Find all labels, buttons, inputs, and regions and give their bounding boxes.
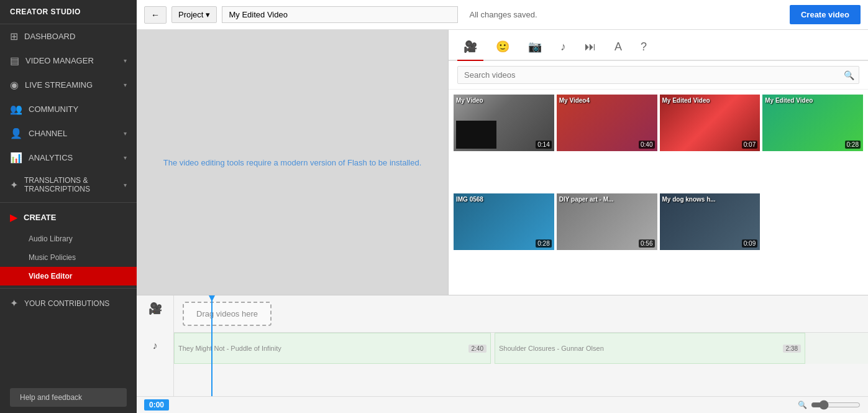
sidebar-item-label: TRANSLATIONS & TRANSCRIPTIONS: [24, 176, 124, 193]
main-content: ← Project ▾ All changes saved. Create vi…: [137, 0, 868, 413]
sidebar-item-label: LIVE STREAMING: [25, 80, 93, 90]
audio-segment-1-label: They Might Not - Puddle of Infinity: [178, 345, 281, 352]
emoji-tab-icon: 🙂: [496, 40, 509, 53]
sidebar-item-community[interactable]: 👥 COMMUNITY: [0, 97, 137, 121]
flash-message: The video editing tools require a modern…: [151, 146, 434, 180]
sidebar-item-label: CREATE: [24, 213, 56, 222]
audio-track: They Might Not - Puddle of Infinity 2:40…: [174, 333, 868, 364]
sidebar-item-label: CHANNEL: [29, 129, 67, 138]
zoom-slider[interactable]: [811, 400, 861, 410]
thumb-label-7: My dog knows h...: [662, 196, 716, 203]
timeline-icons: 🎥 ♪: [137, 295, 174, 396]
sidebar-item-label: COMMUNITY: [29, 104, 78, 114]
video-thumbnail[interactable]: My Edited Video 0:28: [762, 95, 863, 151]
sidebar-item-create[interactable]: ▶ CREATE: [0, 205, 137, 230]
video-thumbnail[interactable]: My Video 0:14: [454, 95, 554, 151]
tab-emoji[interactable]: 🙂: [490, 36, 516, 60]
sidebar-item-channel[interactable]: 👤 CHANNEL ▾: [0, 121, 137, 146]
video-thumbnail[interactable]: My Edited Video 0:07: [660, 95, 761, 151]
search-icon: 🔍: [844, 70, 854, 80]
tab-music[interactable]: ♪: [554, 37, 572, 60]
timeline-tracks: Drag videos here They Might Not - Puddle…: [174, 295, 868, 396]
thumb-label-6: DIY paper art - M...: [559, 196, 614, 203]
thumb-duration-3: 0:07: [742, 141, 757, 149]
video-tab-icon: 🎥: [464, 40, 477, 53]
video-track: Drag videos here: [174, 295, 868, 333]
video-thumbnail[interactable]: DIY paper art - M... 0:56: [557, 193, 657, 250]
tab-transition[interactable]: ⏭: [578, 37, 602, 60]
video-manager-icon: ▤: [10, 55, 19, 67]
video-thumbnail[interactable]: IMG 0568 0:28: [454, 193, 554, 250]
timeline-area: 🎥 ♪ Drag videos here They Might Not - Pu…: [137, 295, 868, 413]
drag-zone[interactable]: Drag videos here: [183, 302, 272, 326]
video-grid: My Video 0:14 My Video4 0:40 My Edited V…: [449, 90, 868, 295]
project-title-input[interactable]: [222, 6, 458, 23]
transition-tab-icon: ⏭: [585, 40, 596, 53]
tab-help[interactable]: ?: [634, 37, 653, 60]
thumb-duration-1: 0:14: [536, 141, 551, 149]
search-bar: 🔍: [449, 61, 868, 90]
thumb-duration-4: 0:28: [845, 141, 861, 149]
saved-status: All changes saved.: [463, 10, 784, 19]
thumb-label-1: My Video: [456, 97, 483, 104]
thumb-duration-6: 0:56: [639, 239, 654, 248]
search-input[interactable]: [457, 66, 859, 84]
dropdown-arrow-icon: ▾: [206, 10, 210, 19]
dashboard-icon: ⊞: [10, 30, 18, 42]
translations-icon: ✦: [10, 179, 18, 191]
topbar: ← Project ▾ All changes saved. Create vi…: [137, 0, 868, 30]
chevron-down-icon: ▾: [124, 57, 127, 64]
chevron-down-icon: ▾: [124, 130, 127, 137]
sidebar-item-live-streaming[interactable]: ◉ LIVE STREAMING ▾: [0, 73, 137, 97]
project-dropdown[interactable]: Project ▾: [171, 6, 217, 23]
create-icon: ▶: [10, 211, 17, 223]
sidebar-item-your-contributions[interactable]: ✦ YOUR CONTRIBUTIONS: [0, 291, 137, 315]
sidebar-sub-menu: Audio Library Music Policies Video Edito…: [0, 230, 137, 285]
text-tab-icon: A: [614, 40, 622, 53]
tab-text[interactable]: A: [608, 37, 628, 60]
timeline-bottom: 0:00 🔍: [137, 396, 868, 413]
search-wrap: 🔍: [457, 66, 859, 84]
right-panel: 🎥 🙂 📷 ♪ ⏭ A ?: [449, 30, 868, 295]
audio-segment-2-label: Shoulder Closures - Gunnar Olsen: [499, 345, 604, 352]
back-button[interactable]: ←: [144, 6, 167, 24]
tab-photo[interactable]: 📷: [522, 36, 548, 60]
sidebar-item-label: ANALYTICS: [29, 153, 73, 162]
help-tab-icon: ?: [641, 40, 647, 53]
sidebar-item-translations[interactable]: ✦ TRANSLATIONS & TRANSCRIPTIONS ▾: [0, 170, 137, 200]
thumb-label-4: My Edited Video: [765, 97, 813, 104]
sidebar: CREATOR STUDIO ⊞ DASHBOARD ▤ VIDEO MANAG…: [0, 0, 137, 413]
sidebar-item-label: DASHBOARD: [24, 32, 75, 41]
sidebar-item-label: VIDEO MANAGER: [25, 56, 94, 65]
live-streaming-icon: ◉: [10, 79, 19, 91]
tab-video[interactable]: 🎥: [457, 36, 483, 60]
audio-track-icon: ♪: [153, 340, 158, 351]
thumb-duration-7: 0:09: [742, 239, 757, 248]
zoom-controls: 🔍: [798, 400, 861, 410]
sidebar-item-analytics[interactable]: 📊 ANALYTICS ▾: [0, 146, 137, 170]
sidebar-item-dashboard[interactable]: ⊞ DASHBOARD: [0, 24, 137, 49]
project-label: Project: [178, 10, 203, 19]
sidebar-sub-item-video-editor[interactable]: Video Editor: [0, 267, 137, 285]
help-feedback-button[interactable]: Help and feedback: [10, 388, 127, 407]
create-video-button[interactable]: Create video: [790, 5, 861, 24]
video-thumbnail[interactable]: My Video4 0:40: [557, 95, 657, 151]
audio-segment-2: Shoulder Closures - Gunnar Olsen 2:38: [495, 333, 805, 364]
zoom-icon: 🔍: [798, 401, 807, 409]
video-thumbnail[interactable]: My dog knows h... 0:09: [660, 193, 761, 250]
music-tab-icon: ♪: [560, 40, 566, 53]
playhead[interactable]: [211, 295, 212, 396]
community-icon: 👥: [10, 103, 22, 115]
sidebar-item-video-manager[interactable]: ▤ VIDEO MANAGER ▾: [0, 49, 137, 73]
thumb-label-2: My Video4: [559, 97, 590, 104]
sidebar-sub-item-music-policies[interactable]: Music Policies: [0, 248, 137, 267]
sidebar-bottom: Help and feedback: [0, 382, 137, 413]
audio-segment-2-time: 2:38: [783, 345, 801, 353]
sidebar-sub-item-audio-library[interactable]: Audio Library: [0, 230, 137, 248]
chevron-down-icon: ▾: [124, 154, 127, 161]
sidebar-item-label: YOUR CONTRIBUTIONS: [24, 299, 109, 308]
time-indicator: 0:00: [144, 399, 169, 411]
content-area: The video editing tools require a modern…: [137, 30, 868, 295]
channel-icon: 👤: [10, 128, 22, 139]
media-tabs: 🎥 🙂 📷 ♪ ⏭ A ?: [449, 30, 868, 61]
